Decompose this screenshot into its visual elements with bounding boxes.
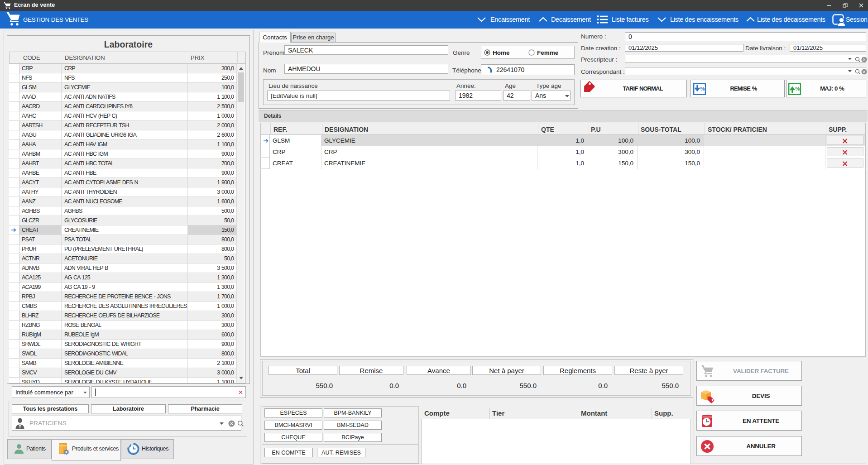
- svg-text:%: %: [796, 86, 800, 91]
- svg-text:%: %: [700, 86, 705, 91]
